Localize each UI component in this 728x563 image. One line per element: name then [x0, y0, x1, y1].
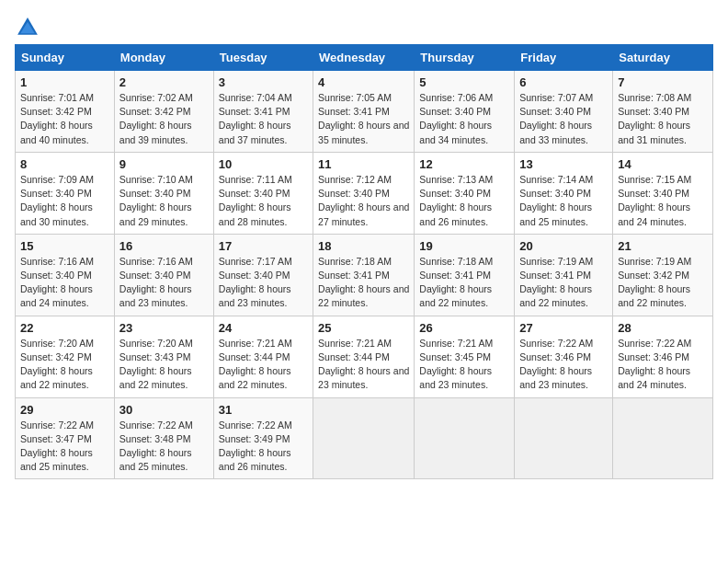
week-row-1: 1 Sunrise: 7:01 AMSunset: 3:42 PMDayligh… — [16, 71, 713, 153]
weekday-header-wednesday: Wednesday — [313, 45, 415, 71]
calendar-cell: 19 Sunrise: 7:18 AMSunset: 3:41 PMDaylig… — [415, 234, 515, 316]
weekday-header-tuesday: Tuesday — [213, 45, 313, 71]
calendar-cell: 8 Sunrise: 7:09 AMSunset: 3:40 PMDayligh… — [16, 152, 115, 234]
calendar-cell: 20 Sunrise: 7:19 AMSunset: 3:41 PMDaylig… — [515, 234, 613, 316]
day-number: 7 — [618, 75, 708, 89]
day-number: 15 — [20, 239, 109, 253]
day-info: Sunrise: 7:22 AMSunset: 3:46 PMDaylight:… — [519, 338, 593, 391]
week-row-5: 29 Sunrise: 7:22 AMSunset: 3:47 PMDaylig… — [16, 397, 713, 479]
day-info: Sunrise: 7:21 AMSunset: 3:44 PMDaylight:… — [219, 338, 292, 391]
day-number: 29 — [20, 403, 109, 417]
day-info: Sunrise: 7:16 AMSunset: 3:40 PMDaylight:… — [20, 256, 94, 309]
day-number: 30 — [119, 403, 209, 417]
week-row-4: 22 Sunrise: 7:20 AMSunset: 3:42 PMDaylig… — [16, 316, 713, 397]
logo — [15, 15, 44, 40]
calendar-cell: 24 Sunrise: 7:21 AMSunset: 3:44 PMDaylig… — [213, 316, 313, 397]
calendar-cell — [415, 397, 515, 479]
day-info: Sunrise: 7:19 AMSunset: 3:42 PMDaylight:… — [618, 256, 691, 309]
calendar-cell: 7 Sunrise: 7:08 AMSunset: 3:40 PMDayligh… — [613, 71, 713, 153]
day-number: 24 — [219, 321, 308, 335]
day-info: Sunrise: 7:18 AMSunset: 3:41 PMDaylight:… — [318, 256, 409, 309]
calendar-cell: 4 Sunrise: 7:05 AMSunset: 3:41 PMDayligh… — [313, 71, 415, 153]
day-info: Sunrise: 7:16 AMSunset: 3:40 PMDaylight:… — [119, 256, 193, 309]
day-number: 19 — [419, 239, 509, 253]
day-info: Sunrise: 7:15 AMSunset: 3:40 PMDaylight:… — [618, 174, 691, 227]
day-info: Sunrise: 7:17 AMSunset: 3:40 PMDaylight:… — [219, 256, 292, 309]
day-info: Sunrise: 7:09 AMSunset: 3:40 PMDaylight:… — [20, 174, 94, 227]
day-number: 4 — [318, 75, 409, 89]
calendar-cell: 15 Sunrise: 7:16 AMSunset: 3:40 PMDaylig… — [16, 234, 115, 316]
day-number: 21 — [618, 239, 708, 253]
calendar-cell: 11 Sunrise: 7:12 AMSunset: 3:40 PMDaylig… — [313, 152, 415, 234]
day-number: 14 — [618, 157, 708, 171]
calendar-cell: 26 Sunrise: 7:21 AMSunset: 3:45 PMDaylig… — [415, 316, 515, 397]
day-info: Sunrise: 7:22 AMSunset: 3:49 PMDaylight:… — [219, 419, 292, 473]
day-number: 12 — [419, 157, 509, 171]
calendar-cell: 22 Sunrise: 7:20 AMSunset: 3:42 PMDaylig… — [16, 316, 115, 397]
day-info: Sunrise: 7:20 AMSunset: 3:43 PMDaylight:… — [119, 338, 193, 391]
calendar-cell: 31 Sunrise: 7:22 AMSunset: 3:49 PMDaylig… — [213, 397, 313, 479]
calendar-cell: 1 Sunrise: 7:01 AMSunset: 3:42 PMDayligh… — [16, 71, 115, 153]
calendar-cell — [515, 397, 613, 479]
calendar-cell — [313, 397, 415, 479]
day-info: Sunrise: 7:12 AMSunset: 3:40 PMDaylight:… — [318, 174, 409, 227]
calendar-cell: 17 Sunrise: 7:17 AMSunset: 3:40 PMDaylig… — [213, 234, 313, 316]
page-header — [15, 15, 713, 40]
calendar-cell: 9 Sunrise: 7:10 AMSunset: 3:40 PMDayligh… — [114, 152, 213, 234]
day-number: 2 — [119, 75, 209, 89]
day-info: Sunrise: 7:22 AMSunset: 3:48 PMDaylight:… — [119, 419, 193, 473]
calendar-cell: 28 Sunrise: 7:22 AMSunset: 3:46 PMDaylig… — [613, 316, 713, 397]
day-info: Sunrise: 7:21 AMSunset: 3:45 PMDaylight:… — [419, 338, 493, 391]
day-info: Sunrise: 7:07 AMSunset: 3:40 PMDaylight:… — [519, 92, 593, 145]
day-number: 17 — [219, 239, 308, 253]
day-info: Sunrise: 7:10 AMSunset: 3:40 PMDaylight:… — [119, 174, 193, 227]
day-info: Sunrise: 7:18 AMSunset: 3:41 PMDaylight:… — [419, 256, 493, 309]
day-info: Sunrise: 7:05 AMSunset: 3:41 PMDaylight:… — [318, 92, 409, 145]
day-number: 16 — [119, 239, 209, 253]
day-info: Sunrise: 7:19 AMSunset: 3:41 PMDaylight:… — [519, 256, 593, 309]
day-number: 9 — [119, 157, 209, 171]
weekday-header-friday: Friday — [515, 45, 613, 71]
day-info: Sunrise: 7:21 AMSunset: 3:44 PMDaylight:… — [318, 338, 409, 391]
calendar-cell: 18 Sunrise: 7:18 AMSunset: 3:41 PMDaylig… — [313, 234, 415, 316]
day-info: Sunrise: 7:14 AMSunset: 3:40 PMDaylight:… — [519, 174, 593, 227]
day-number: 25 — [318, 321, 409, 335]
calendar-cell: 16 Sunrise: 7:16 AMSunset: 3:40 PMDaylig… — [114, 234, 213, 316]
weekday-header-sunday: Sunday — [16, 45, 115, 71]
calendar-cell — [613, 397, 713, 479]
weekday-header-row: SundayMondayTuesdayWednesdayThursdayFrid… — [16, 45, 713, 71]
day-info: Sunrise: 7:22 AMSunset: 3:47 PMDaylight:… — [20, 419, 94, 473]
day-info: Sunrise: 7:02 AMSunset: 3:42 PMDaylight:… — [119, 92, 193, 145]
calendar-cell: 10 Sunrise: 7:11 AMSunset: 3:40 PMDaylig… — [213, 152, 313, 234]
day-number: 18 — [318, 239, 409, 253]
day-number: 6 — [519, 75, 608, 89]
calendar-cell: 12 Sunrise: 7:13 AMSunset: 3:40 PMDaylig… — [415, 152, 515, 234]
day-number: 28 — [618, 321, 708, 335]
calendar-cell: 2 Sunrise: 7:02 AMSunset: 3:42 PMDayligh… — [114, 71, 213, 153]
calendar-cell: 30 Sunrise: 7:22 AMSunset: 3:48 PMDaylig… — [114, 397, 213, 479]
day-number: 23 — [119, 321, 209, 335]
day-number: 26 — [419, 321, 509, 335]
day-info: Sunrise: 7:06 AMSunset: 3:40 PMDaylight:… — [419, 92, 493, 145]
calendar-cell: 25 Sunrise: 7:21 AMSunset: 3:44 PMDaylig… — [313, 316, 415, 397]
day-info: Sunrise: 7:22 AMSunset: 3:46 PMDaylight:… — [618, 338, 691, 391]
day-number: 8 — [20, 157, 109, 171]
calendar-cell: 3 Sunrise: 7:04 AMSunset: 3:41 PMDayligh… — [213, 71, 313, 153]
weekday-header-monday: Monday — [114, 45, 213, 71]
day-info: Sunrise: 7:11 AMSunset: 3:40 PMDaylight:… — [219, 174, 292, 227]
day-number: 31 — [219, 403, 308, 417]
day-info: Sunrise: 7:20 AMSunset: 3:42 PMDaylight:… — [20, 338, 94, 391]
week-row-2: 8 Sunrise: 7:09 AMSunset: 3:40 PMDayligh… — [16, 152, 713, 234]
weekday-header-saturday: Saturday — [613, 45, 713, 71]
day-number: 1 — [20, 75, 109, 89]
calendar-cell: 13 Sunrise: 7:14 AMSunset: 3:40 PMDaylig… — [515, 152, 613, 234]
day-number: 3 — [219, 75, 308, 89]
day-info: Sunrise: 7:13 AMSunset: 3:40 PMDaylight:… — [419, 174, 493, 227]
logo-icon — [15, 15, 40, 40]
calendar-cell: 14 Sunrise: 7:15 AMSunset: 3:40 PMDaylig… — [613, 152, 713, 234]
day-number: 10 — [219, 157, 308, 171]
calendar-cell: 5 Sunrise: 7:06 AMSunset: 3:40 PMDayligh… — [415, 71, 515, 153]
calendar-cell: 21 Sunrise: 7:19 AMSunset: 3:42 PMDaylig… — [613, 234, 713, 316]
calendar-cell: 23 Sunrise: 7:20 AMSunset: 3:43 PMDaylig… — [114, 316, 213, 397]
weekday-header-thursday: Thursday — [415, 45, 515, 71]
